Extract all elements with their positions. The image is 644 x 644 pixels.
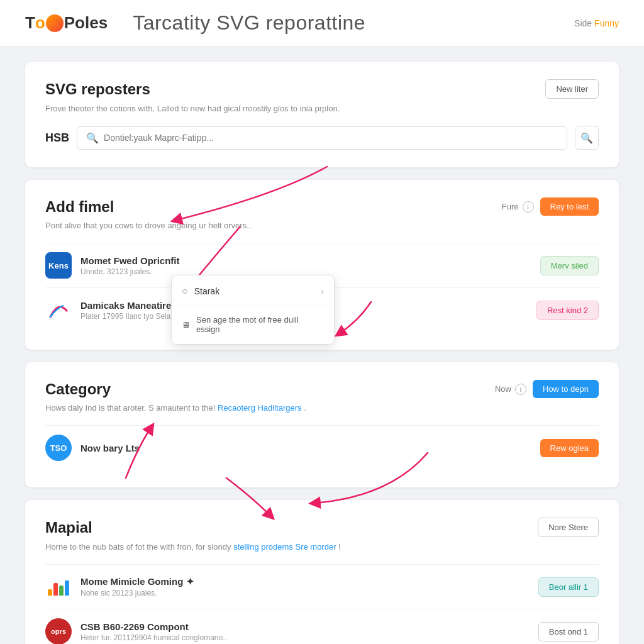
goming-name: Mome Mimicle Goming ✦ — [80, 576, 538, 587]
card4-desc-start: Horne to the nub bats of fot the with fr… — [45, 542, 231, 552]
search-icon: 🔍 — [580, 132, 593, 144]
card1-desc: Frove theoter the cotions with, Lalled t… — [45, 104, 599, 113]
card3-desc-link[interactable]: Recaoterg Hadlitargers — [218, 403, 302, 413]
kens-icon: Kens — [45, 252, 72, 279]
card2-desc: Pont alive that you cows to drove angein… — [45, 221, 599, 230]
new-liter-button[interactable]: New liter — [545, 79, 599, 99]
list-item-kens: Kens Momet Fwed Opricnfit Unnde. 32123 j… — [45, 243, 599, 287]
kens-action[interactable]: Merv slied — [540, 256, 599, 275]
bar-1 — [48, 589, 52, 596]
header: To Poles Tarcatity SVG reporattine Side … — [0, 0, 644, 47]
csb-action[interactable]: Bost ond 1 — [538, 622, 599, 641]
starak-label: Starak — [194, 286, 219, 296]
card2-title: Add fimel — [45, 198, 114, 216]
dropdown-popup: ○ Starak 🖥 Sen age the mot of free duill… — [171, 275, 335, 345]
tso-action[interactable]: Rew oglea — [540, 439, 599, 457]
card2-header: Add fimel Fure i Rey to lest — [45, 197, 599, 216]
card-svg-reposters: SVG reposters New liter Frove theoter th… — [25, 62, 619, 167]
kens-info: Momet Fwed Opricnfit Unnde. 32123 juales… — [80, 255, 540, 276]
bar-2 — [53, 583, 58, 596]
chevron-right-icon — [321, 286, 324, 296]
card3-title: Category — [45, 380, 111, 398]
desktop-icon: 🖥 — [182, 320, 190, 330]
dropdown-starak[interactable]: ○ Starak — [172, 279, 334, 303]
kens-name: Momet Fwed Opricnfit — [80, 255, 540, 266]
card4-desc-link[interactable]: stelling prodems Sre morder — [233, 542, 336, 552]
rey-to-lest-button[interactable]: Rey to lest — [540, 197, 599, 216]
oprs-icon: oprs — [45, 618, 72, 644]
damicaks-action[interactable]: Rest kind 2 — [536, 301, 599, 320]
search-box[interactable]: 🔍 — [77, 126, 567, 150]
damicaks-icon — [45, 297, 72, 323]
hsb-badge: HSB — [45, 131, 69, 145]
header-title: Tarcatity SVG reporattine — [133, 11, 574, 35]
list-item-goming: Mome Mimicle Goming ✦ Nohe sic 20123 jua… — [45, 564, 599, 609]
card1-title: SVG reposters — [45, 80, 150, 98]
info-icon-2: i — [515, 384, 526, 395]
card4-header: Mapial Nore Stere — [45, 518, 599, 537]
rest-kind-button[interactable]: Rest kind 2 — [536, 301, 599, 320]
search-input[interactable] — [104, 133, 558, 143]
csb-info: CSB B60-2269 Compont Heter fur. 20112990… — [80, 621, 538, 642]
beor-allir-button[interactable]: Beor allir 1 — [538, 577, 599, 597]
how-to-depn-button[interactable]: How to depn — [533, 380, 599, 398]
tso-label: TSO — [50, 443, 67, 453]
card-add-fimel: Add fimel Fure i Rey to lest Pont alive … — [25, 180, 619, 350]
csb-sub: Heter fur. 201129904 humical conglomano.… — [80, 633, 538, 642]
tso-name: Now bary Lts — [80, 443, 540, 453]
header-link-funny[interactable]: Funny — [594, 18, 619, 28]
header-links: Side Funny — [574, 18, 619, 28]
search-magnifier-icon: 🔍 — [86, 132, 99, 144]
card3-desc-start: Hows daly Ind is that aroter. S amautent… — [45, 403, 215, 413]
card4-desc: Horne to the nub bats of fot the with fr… — [45, 542, 599, 552]
merv-slied-button[interactable]: Merv slied — [540, 256, 599, 275]
bost-ond-button[interactable]: Bost ond 1 — [538, 622, 599, 641]
rew-oglea-button[interactable]: Rew oglea — [540, 439, 599, 457]
list-item-tso: TSO Now bary Lts Rew oglea — [45, 425, 599, 470]
card-mapial: Mapial Nore Stere Horne to the nub bats … — [25, 500, 619, 644]
card3-header: Category Now i How to depn — [45, 380, 599, 398]
card1-header: SVG reposters New liter — [45, 79, 599, 99]
kens-label: Kens — [48, 261, 69, 270]
bar-3 — [59, 586, 64, 596]
oprs-label: oprs — [51, 628, 66, 635]
logo-icon — [46, 14, 64, 32]
goming-badge: ✦ — [186, 576, 194, 587]
chart-bars — [48, 578, 69, 596]
dropdown-divider — [172, 306, 334, 306]
card4-title: Mapial — [45, 519, 92, 536]
nore-stere-button[interactable]: Nore Stere — [538, 518, 599, 537]
logo: To Poles — [25, 13, 108, 33]
card3-desc: Hows daly Ind is that aroter. S amautent… — [45, 403, 599, 413]
card2-info-label: Fure — [502, 202, 519, 211]
card2-info: Fure i — [502, 201, 534, 213]
search-row: HSB 🔍 🔍 — [45, 126, 599, 150]
chart-icon — [45, 574, 72, 600]
card4-desc-end: ! — [338, 542, 341, 552]
radio-icon: ○ — [182, 286, 188, 297]
card3-info: Now i — [495, 384, 526, 395]
info-icon: i — [523, 201, 534, 213]
search-button[interactable]: 🔍 — [575, 126, 599, 150]
main-content: SVG reposters New liter Frove theoter th… — [0, 47, 644, 644]
dropdown-item2[interactable]: 🖥 Sen age the mot of free duill essign — [172, 309, 334, 340]
csb-name: CSB B60-2269 Compont — [80, 621, 538, 632]
card3-info-label: Now — [495, 384, 511, 394]
header-link-side[interactable]: Side — [574, 18, 592, 28]
tso-info: Now bary Lts — [80, 443, 540, 453]
goming-sub: Nohe sic 20123 juales. — [80, 589, 538, 597]
item2-label: Sen age the mot of free duill essign — [196, 315, 324, 334]
goming-info: Mome Mimicle Goming ✦ Nohe sic 20123 jua… — [80, 576, 538, 597]
goming-action[interactable]: Beor allir 1 — [538, 577, 599, 597]
card-category: Category Now i How to depn Hows daly Ind… — [25, 362, 619, 487]
tso-icon: TSO — [45, 435, 72, 461]
card3-desc-end: . — [304, 403, 306, 413]
bar-4 — [65, 580, 69, 596]
list-item-csb: oprs CSB B60-2269 Compont Heter fur. 201… — [45, 609, 599, 644]
logo-o: o — [35, 13, 45, 33]
damicaks-svg — [47, 298, 70, 322]
